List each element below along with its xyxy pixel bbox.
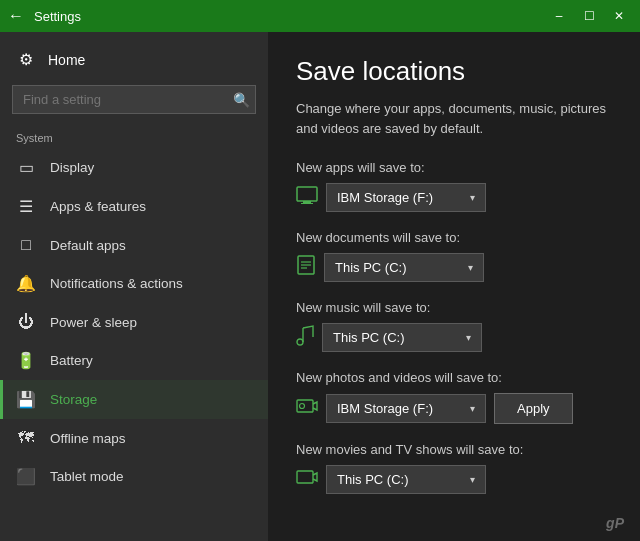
save-controls-apps: IBM Storage (F:) ▾ bbox=[296, 183, 612, 212]
documents-icon bbox=[296, 255, 316, 280]
storage-icon: 💾 bbox=[16, 390, 36, 409]
svg-rect-10 bbox=[297, 471, 313, 483]
notifications-icon: 🔔 bbox=[16, 274, 36, 293]
svg-rect-2 bbox=[301, 203, 313, 204]
tablet-mode-icon: ⬛ bbox=[16, 467, 36, 486]
save-controls-movies-tv: This PC (C:) ▾ bbox=[296, 465, 612, 494]
minimize-button[interactable]: – bbox=[546, 5, 572, 27]
watermark: gP bbox=[606, 515, 624, 531]
titlebar: ← Settings – ☐ ✕ bbox=[0, 0, 640, 32]
sidebar-item-tablet-mode[interactable]: ⬛ Tablet mode bbox=[0, 457, 268, 496]
apps-icon bbox=[296, 186, 318, 209]
save-label-music: New music will save to: bbox=[296, 300, 612, 315]
home-label: Home bbox=[48, 52, 85, 68]
default-apps-icon: □ bbox=[16, 236, 36, 254]
sidebar-item-power-sleep[interactable]: ⏻ Power & sleep bbox=[0, 303, 268, 341]
sidebar-home[interactable]: ⚙ Home bbox=[0, 40, 268, 79]
dropdown-value-photos-videos: IBM Storage (F:) bbox=[337, 401, 433, 416]
save-row-photos-videos: New photos and videos will save to: IBM … bbox=[296, 370, 612, 424]
page-title: Save locations bbox=[296, 56, 612, 87]
chevron-down-icon: ▾ bbox=[470, 192, 475, 203]
dropdown-value-apps: IBM Storage (F:) bbox=[337, 190, 433, 205]
chevron-down-icon: ▾ bbox=[468, 262, 473, 273]
music-icon bbox=[296, 324, 314, 351]
save-row-documents: New documents will save to: This PC (C:)… bbox=[296, 230, 612, 282]
save-label-photos-videos: New photos and videos will save to: bbox=[296, 370, 612, 385]
home-icon: ⚙ bbox=[16, 50, 36, 69]
search-input[interactable] bbox=[12, 85, 256, 114]
chevron-down-icon: ▾ bbox=[470, 474, 475, 485]
dropdown-music[interactable]: This PC (C:) ▾ bbox=[322, 323, 482, 352]
save-controls-documents: This PC (C:) ▾ bbox=[296, 253, 612, 282]
dropdown-apps[interactable]: IBM Storage (F:) ▾ bbox=[326, 183, 486, 212]
sidebar-item-battery[interactable]: 🔋 Battery bbox=[0, 341, 268, 380]
sidebar-item-apps-features[interactable]: ☰ Apps & features bbox=[0, 187, 268, 226]
maximize-button[interactable]: ☐ bbox=[576, 5, 602, 27]
display-icon: ▭ bbox=[16, 158, 36, 177]
chevron-down-icon: ▾ bbox=[466, 332, 471, 343]
offline-maps-icon: 🗺 bbox=[16, 429, 36, 447]
nav-items: ▭ Display ☰ Apps & features □ Default ap… bbox=[0, 148, 268, 496]
close-button[interactable]: ✕ bbox=[606, 5, 632, 27]
dropdown-documents[interactable]: This PC (C:) ▾ bbox=[324, 253, 484, 282]
save-row-music: New music will save to: This PC (C:) ▾ bbox=[296, 300, 612, 352]
search-icon[interactable]: 🔍 bbox=[233, 92, 250, 108]
save-controls-music: This PC (C:) ▾ bbox=[296, 323, 612, 352]
apps-features-icon: ☰ bbox=[16, 197, 36, 216]
chevron-down-icon: ▾ bbox=[470, 403, 475, 414]
window-controls: – ☐ ✕ bbox=[546, 5, 632, 27]
save-row-apps: New apps will save to: IBM Storage (F:) … bbox=[296, 160, 612, 212]
dropdown-movies-tv[interactable]: This PC (C:) ▾ bbox=[326, 465, 486, 494]
main-layout: ⚙ Home 🔍 System ▭ Display ☰ Apps & featu… bbox=[0, 32, 640, 541]
offline-maps-label: Offline maps bbox=[50, 431, 126, 446]
storage-label: Storage bbox=[50, 392, 97, 407]
save-controls-photos-videos: IBM Storage (F:) ▾ Apply bbox=[296, 393, 612, 424]
svg-rect-1 bbox=[303, 201, 311, 203]
dropdown-value-movies-tv: This PC (C:) bbox=[337, 472, 409, 487]
sidebar-item-default-apps[interactable]: □ Default apps bbox=[0, 226, 268, 264]
svg-point-9 bbox=[300, 404, 305, 409]
apply-button[interactable]: Apply bbox=[494, 393, 573, 424]
dropdown-value-documents: This PC (C:) bbox=[335, 260, 407, 275]
sidebar-item-offline-maps[interactable]: 🗺 Offline maps bbox=[0, 419, 268, 457]
back-button[interactable]: ← bbox=[8, 7, 24, 25]
save-label-movies-tv: New movies and TV shows will save to: bbox=[296, 442, 612, 457]
notifications-label: Notifications & actions bbox=[50, 276, 183, 291]
tablet-mode-label: Tablet mode bbox=[50, 469, 124, 484]
photos-videos-icon bbox=[296, 397, 318, 420]
default-apps-label: Default apps bbox=[50, 238, 126, 253]
sidebar-item-notifications[interactable]: 🔔 Notifications & actions bbox=[0, 264, 268, 303]
section-label: System bbox=[0, 126, 268, 148]
apps-features-label: Apps & features bbox=[50, 199, 146, 214]
save-label-apps: New apps will save to: bbox=[296, 160, 612, 175]
movies-tv-icon bbox=[296, 468, 318, 491]
titlebar-title: Settings bbox=[34, 9, 546, 24]
display-label: Display bbox=[50, 160, 94, 175]
sidebar-item-storage[interactable]: 💾 Storage bbox=[0, 380, 268, 419]
battery-icon: 🔋 bbox=[16, 351, 36, 370]
sidebar-item-display[interactable]: ▭ Display bbox=[0, 148, 268, 187]
save-rows: New apps will save to: IBM Storage (F:) … bbox=[296, 160, 612, 494]
power-sleep-icon: ⏻ bbox=[16, 313, 36, 331]
search-box: 🔍 bbox=[12, 85, 256, 114]
sidebar: ⚙ Home 🔍 System ▭ Display ☰ Apps & featu… bbox=[0, 32, 268, 541]
power-sleep-label: Power & sleep bbox=[50, 315, 137, 330]
dropdown-photos-videos[interactable]: IBM Storage (F:) ▾ bbox=[326, 394, 486, 423]
content-area: Save locations Change where your apps, d… bbox=[268, 32, 640, 541]
page-description: Change where your apps, documents, music… bbox=[296, 99, 612, 138]
save-row-movies-tv: New movies and TV shows will save to: Th… bbox=[296, 442, 612, 494]
dropdown-value-music: This PC (C:) bbox=[333, 330, 405, 345]
save-label-documents: New documents will save to: bbox=[296, 230, 612, 245]
battery-label: Battery bbox=[50, 353, 93, 368]
svg-rect-0 bbox=[297, 187, 317, 201]
